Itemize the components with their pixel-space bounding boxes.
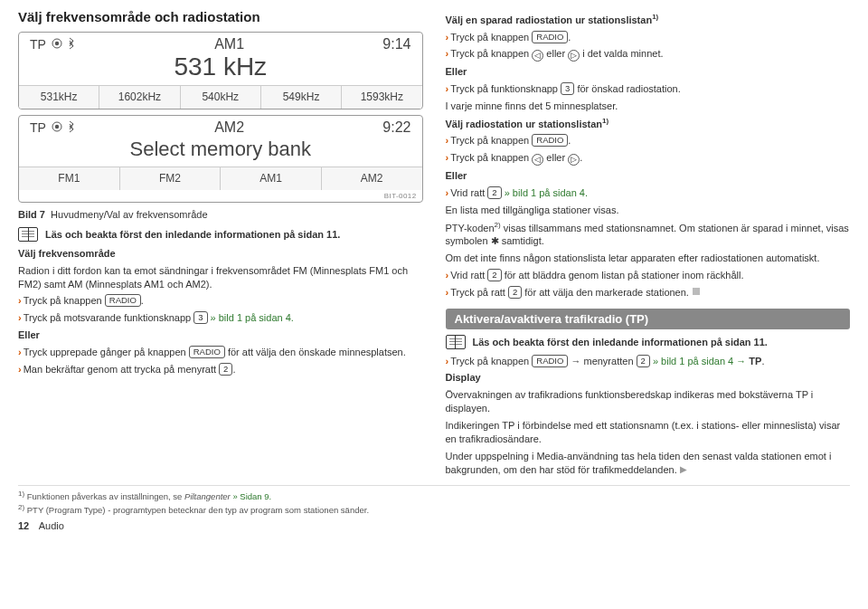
section-name: Audio [39, 520, 64, 531]
step-l4: ›Man bekräftar genom att trycka på menyr… [18, 363, 423, 376]
record-icon [52, 37, 62, 52]
preset-button[interactable]: 549kHz [261, 86, 342, 109]
radio-display-2: TP AM2 9:22 Select memory bank FM1 FM2 A… [18, 115, 423, 203]
page-footer: 12 Audio [18, 520, 850, 531]
step-r8: ›Tryck på ratt 2 för att välja den marke… [446, 286, 851, 300]
step-t1: ›Tryck på knappen RADIO → menyratten 2 »… [446, 355, 851, 368]
ind-p: Indikeringen TP i förbindelse med ett st… [446, 419, 851, 446]
eller-r2: Eller [446, 169, 851, 183]
section-headbar: Aktivera/avaktivera trafikradio (TP) [446, 309, 851, 329]
step-r2: ›Tryck på knappen ◁ eller ▷ i det valda … [446, 47, 851, 62]
step-r5: ›Tryck på knappen ◁ eller ▷. [446, 151, 851, 166]
read-note-left: Läs och beakta först den inledande infor… [45, 229, 340, 240]
preset-button[interactable]: 531kHz [19, 86, 99, 109]
lista-p: En lista med tillgängliga stationer visa… [446, 204, 851, 217]
time-label-2: 9:22 [382, 119, 410, 136]
svg-point-1 [55, 42, 59, 45]
page-number: 12 [18, 520, 29, 531]
read-note-right: Läs och beakta först den inledande infor… [473, 337, 768, 347]
display-p: Övervakningen av trafikradions funktions… [446, 388, 851, 415]
subhead-valj: Välj frekvensområde [18, 247, 423, 261]
step-l1: ›Tryck på knappen RADIO. [18, 294, 423, 308]
auto-p: Om det inte finns någon stationslista le… [446, 252, 851, 265]
tp-label-2: TP [30, 120, 46, 135]
step-l2: ›Tryck på motsvarande funktionsknapp 3 »… [18, 311, 423, 325]
pty-p: PTY-koden2) visas tillsammans med statio… [446, 221, 851, 248]
record-icon [52, 120, 62, 135]
footnotes: 1) Funktionen påverkas av inställningen,… [18, 485, 850, 517]
left-title: Välj frekvensområde och radiostation [18, 9, 423, 24]
band-button[interactable]: AM2 [322, 167, 422, 190]
bluetooth-icon [67, 37, 76, 52]
r-h1: Välj en sparad radiostation ur stationsl… [446, 13, 851, 27]
step-r4: ›Tryck på knappen RADIO. [446, 134, 851, 147]
bluetooth-icon [67, 120, 76, 136]
time-label-1: 9:14 [382, 36, 410, 52]
manual-icon [446, 335, 466, 349]
band-button[interactable]: FM1 [19, 167, 120, 190]
band-button[interactable]: AM1 [221, 167, 322, 190]
step-r1: ›Tryck på knappen RADIO. [446, 31, 851, 44]
tp-label-1: TP [30, 37, 46, 52]
band-row: FM1 FM2 AM1 AM2 [19, 167, 422, 190]
manual-icon [18, 227, 38, 242]
step-r6: ›Vrid ratt 2 » bild 1 på sidan 4. [446, 186, 851, 200]
frequency-display: 531 kHz [19, 52, 422, 85]
step-r7: ›Vrid ratt 2 för att bläddra genom lista… [446, 269, 851, 282]
preset-button[interactable]: 1602kHz [99, 86, 180, 109]
note-5: I varje minne finns det 5 minnesplatser. [446, 100, 851, 113]
select-memory-label: Select memory bank [19, 136, 422, 167]
continue-icon: ▶ [680, 464, 687, 474]
band-label-1: AM1 [76, 36, 382, 52]
image-code: BIT-0012 [19, 190, 422, 202]
step-r3: ›Tryck på funktionsknapp 3 för önskad ra… [446, 82, 851, 96]
svg-point-3 [55, 125, 59, 128]
p-radio-desc: Radion i ditt fordon kan ta emot sändnin… [18, 264, 423, 291]
preset-button[interactable]: 1593kHz [342, 86, 421, 109]
preset-button[interactable]: 540kHz [181, 86, 261, 109]
band-button[interactable]: FM2 [120, 167, 222, 190]
figure-caption: Bild 7 Huvudmeny/Val av frekvensområde [18, 208, 423, 222]
eller-r1: Eller [446, 65, 851, 79]
media-p: Under uppspelning i Media-användning tas… [446, 450, 851, 477]
r-h2: Välj radiostation ur stationslistan1) [446, 117, 851, 131]
step-l3: ›Tryck upprepade gånger på knappen RADIO… [18, 346, 423, 359]
eller-1: Eller [18, 328, 423, 342]
preset-row-1: 531kHz 1602kHz 540kHz 549kHz 1593kHz [19, 85, 422, 109]
display-h: Display [446, 371, 851, 385]
band-label-2: AM2 [76, 119, 382, 136]
radio-display-1: TP AM1 9:14 531 kHz 531kHz 1602kHz 540kH… [18, 32, 423, 109]
end-marker-icon [693, 288, 700, 295]
